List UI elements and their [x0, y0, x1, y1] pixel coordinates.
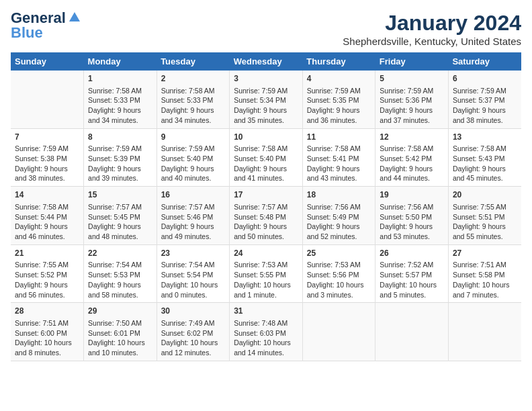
- day-number: 13: [453, 132, 517, 143]
- cell-info: and 44 minutes.: [380, 173, 444, 183]
- day-number: 4: [307, 73, 371, 85]
- cell-info: Sunset: 5:35 PM: [307, 95, 371, 105]
- cell-info: and 7 minutes.: [453, 290, 517, 300]
- calendar-cell: 27Sunrise: 7:51 AMSunset: 5:58 PMDayligh…: [448, 244, 521, 303]
- cell-info: and 14 minutes.: [234, 348, 298, 358]
- cell-info: Sunset: 5:57 PM: [380, 270, 444, 280]
- cell-info: and 36 minutes.: [307, 116, 371, 126]
- cell-info: Sunrise: 7:59 AM: [380, 86, 444, 96]
- logo-text-blue: Blue: [11, 26, 43, 40]
- day-number: 3: [234, 73, 298, 85]
- calendar-cell: 9Sunrise: 7:59 AMSunset: 5:40 PMDaylight…: [157, 128, 230, 187]
- cell-info: and 12 minutes.: [161, 348, 226, 358]
- day-number: 11: [307, 132, 371, 143]
- cell-info: Sunrise: 7:58 AM: [15, 202, 79, 212]
- cell-info: and 39 minutes.: [88, 173, 152, 183]
- day-number: 16: [161, 189, 226, 201]
- day-number: 22: [88, 248, 152, 259]
- cell-info: and 58 minutes.: [88, 290, 152, 300]
- cell-info: Daylight: 10 hours: [15, 338, 79, 348]
- calendar-cell: 1Sunrise: 7:58 AMSunset: 5:33 PMDaylight…: [84, 71, 157, 128]
- cell-info: Daylight: 10 hours: [453, 280, 517, 290]
- cell-info: Sunset: 5:49 PM: [307, 212, 371, 222]
- cell-info: and 0 minutes.: [161, 290, 226, 300]
- cell-info: Daylight: 10 hours: [161, 338, 226, 348]
- logo: General Blue: [11, 11, 81, 40]
- cell-info: Sunset: 5:33 PM: [88, 95, 152, 105]
- cell-info: and 55 minutes.: [453, 232, 517, 242]
- week-row-4: 21Sunrise: 7:55 AMSunset: 5:52 PMDayligh…: [11, 244, 521, 303]
- day-number: 27: [453, 248, 517, 259]
- logo-text-general: General: [11, 11, 66, 26]
- cell-info: Sunrise: 7:59 AM: [453, 86, 517, 96]
- calendar-cell: [302, 303, 375, 361]
- header-wednesday: Wednesday: [230, 52, 303, 71]
- cell-info: Daylight: 9 hours: [88, 105, 152, 116]
- cell-info: Sunrise: 7:58 AM: [307, 144, 371, 154]
- cell-info: Sunset: 5:40 PM: [161, 154, 226, 164]
- day-number: 19: [380, 189, 444, 201]
- cell-info: and 52 minutes.: [307, 232, 371, 242]
- day-number: 10: [234, 132, 298, 143]
- cell-info: Sunset: 6:01 PM: [88, 328, 152, 338]
- cell-info: Daylight: 9 hours: [453, 222, 517, 232]
- day-number: 18: [307, 189, 371, 201]
- cell-info: Sunset: 5:54 PM: [161, 270, 226, 280]
- cell-info: Sunrise: 7:59 AM: [234, 86, 298, 96]
- cell-info: Sunrise: 7:59 AM: [15, 144, 79, 154]
- cell-info: Sunset: 5:44 PM: [15, 212, 79, 222]
- calendar-cell: 23Sunrise: 7:54 AMSunset: 5:54 PMDayligh…: [157, 244, 230, 303]
- header-tuesday: Tuesday: [157, 52, 230, 71]
- cell-info: Sunset: 5:40 PM: [234, 154, 298, 164]
- calendar-cell: 17Sunrise: 7:57 AMSunset: 5:48 PMDayligh…: [230, 187, 303, 245]
- calendar-cell: 28Sunrise: 7:51 AMSunset: 6:00 PMDayligh…: [11, 303, 84, 361]
- calendar-cell: 4Sunrise: 7:59 AMSunset: 5:35 PMDaylight…: [302, 71, 375, 128]
- cell-info: and 3 minutes.: [307, 290, 371, 300]
- cell-info: Sunset: 5:52 PM: [15, 270, 79, 280]
- header-thursday: Thursday: [302, 52, 375, 71]
- cell-info: Daylight: 9 hours: [453, 164, 517, 174]
- cell-info: Daylight: 9 hours: [15, 222, 79, 232]
- day-number: 30: [161, 306, 226, 317]
- cell-info: and 5 minutes.: [380, 290, 444, 300]
- calendar-cell: 11Sunrise: 7:58 AMSunset: 5:41 PMDayligh…: [302, 128, 375, 187]
- cell-info: Sunset: 5:58 PM: [453, 270, 517, 280]
- cell-info: Sunrise: 7:48 AM: [234, 318, 298, 328]
- cell-info: Sunrise: 7:57 AM: [161, 202, 226, 212]
- calendar-cell: 13Sunrise: 7:58 AMSunset: 5:43 PMDayligh…: [448, 128, 521, 187]
- day-number: 20: [453, 189, 517, 201]
- cell-info: Sunrise: 7:49 AM: [161, 318, 226, 328]
- calendar-cell: 18Sunrise: 7:56 AMSunset: 5:49 PMDayligh…: [302, 187, 375, 245]
- cell-info: Sunset: 5:38 PM: [15, 154, 79, 164]
- cell-info: Daylight: 9 hours: [234, 164, 298, 174]
- cell-info: Sunset: 5:50 PM: [380, 212, 444, 222]
- calendar-cell: 30Sunrise: 7:49 AMSunset: 6:02 PMDayligh…: [157, 303, 230, 361]
- calendar-cell: [11, 71, 84, 128]
- week-row-5: 28Sunrise: 7:51 AMSunset: 6:00 PMDayligh…: [11, 303, 521, 361]
- day-number: 2: [161, 73, 226, 85]
- calendar-cell: 22Sunrise: 7:54 AMSunset: 5:53 PMDayligh…: [84, 244, 157, 303]
- calendar-cell: 6Sunrise: 7:59 AMSunset: 5:37 PMDaylight…: [448, 71, 521, 128]
- cell-info: Sunrise: 7:59 AM: [88, 144, 152, 154]
- cell-info: Daylight: 9 hours: [161, 164, 226, 174]
- cell-info: Sunrise: 7:58 AM: [380, 144, 444, 154]
- logo-icon: [69, 11, 81, 23]
- cell-info: Daylight: 9 hours: [234, 222, 298, 232]
- day-number: 21: [15, 248, 79, 259]
- cell-info: and 35 minutes.: [234, 116, 298, 126]
- cell-info: Daylight: 10 hours: [234, 280, 298, 290]
- cell-info: Sunset: 5:33 PM: [161, 95, 226, 105]
- cell-info: Sunset: 5:43 PM: [453, 154, 517, 164]
- cell-info: Daylight: 9 hours: [88, 164, 152, 174]
- cell-info: Daylight: 9 hours: [234, 105, 298, 116]
- calendar-cell: 3Sunrise: 7:59 AMSunset: 5:34 PMDaylight…: [230, 71, 303, 128]
- day-number: 8: [88, 132, 152, 143]
- cell-info: Daylight: 10 hours: [307, 280, 371, 290]
- day-number: 23: [161, 248, 226, 259]
- cell-info: Sunrise: 7:51 AM: [15, 318, 79, 328]
- cell-info: Sunrise: 7:57 AM: [234, 202, 298, 212]
- day-number: 5: [380, 73, 444, 85]
- calendar-cell: 10Sunrise: 7:58 AMSunset: 5:40 PMDayligh…: [230, 128, 303, 187]
- cell-info: and 50 minutes.: [234, 232, 298, 242]
- cell-info: Daylight: 10 hours: [161, 280, 226, 290]
